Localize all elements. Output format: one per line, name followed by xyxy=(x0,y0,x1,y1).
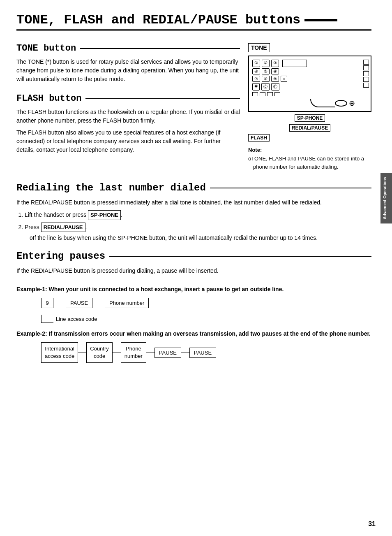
connector-c xyxy=(146,353,154,353)
example1-label: Example-1: When your unit is connected t… xyxy=(16,285,371,294)
key-5: ⑤ xyxy=(262,68,270,74)
keypad: ① ② ③ ④ ⑤ ⑥ ⑦ ⑧ ⑨ ○ xyxy=(252,60,307,96)
redial-pause-label: REDIAL/PAUSE xyxy=(289,124,330,132)
phone-diagram: ① ② ③ ④ ⑤ ⑥ ⑦ ⑧ ⑨ ○ xyxy=(248,56,371,112)
display xyxy=(282,60,307,67)
tone-flash-content: TONE button The TONE (*) button is used … xyxy=(16,43,240,174)
flow-connector-1 xyxy=(53,303,66,303)
flow-box-intl-access: International access code xyxy=(41,342,78,363)
line-access-connector xyxy=(41,315,53,323)
redial-pause-btn-ref: REDIAL/PAUSE xyxy=(41,223,85,232)
redialing-body: If the REDIAL/PAUSE button is pressed im… xyxy=(16,198,371,207)
key-6: ⑥ xyxy=(271,68,279,74)
key-1: ① xyxy=(252,60,260,67)
key-circle: ○ xyxy=(281,76,287,82)
diagram-labels: SP-PHONE REDIAL/PAUSE FLASH xyxy=(248,114,371,143)
example2-label: Example-2: If transmission errors occur … xyxy=(16,329,371,338)
flow-box-phone-number: Phone number xyxy=(105,298,149,308)
entering-pauses-heading-line xyxy=(109,256,371,257)
title-decoration xyxy=(304,19,337,21)
key-9: ⑨ xyxy=(271,76,279,82)
tone-heading-line xyxy=(80,48,240,49)
key-0: ⓪ xyxy=(261,83,270,90)
redialing-section: Redialing the last number dialed If the … xyxy=(16,182,371,242)
tone-body: The TONE (*) button is used for rotary p… xyxy=(16,58,240,84)
top-section: TONE button The TONE (*) button is used … xyxy=(16,43,371,174)
flash-heading-line xyxy=(85,98,240,99)
key-7: ⑦ xyxy=(252,76,260,82)
flow-box-pause3: PAUSE xyxy=(154,348,181,358)
key-8: ⑧ xyxy=(262,76,270,82)
line-access-note: Line access code xyxy=(41,315,371,323)
flow-box-pause4: PAUSE xyxy=(189,348,216,358)
entering-pauses-heading: Entering pauses xyxy=(16,251,371,262)
tone-section-heading: TONE button xyxy=(16,43,240,53)
step-1: Lift the handset or press SP-PHONE. xyxy=(25,210,371,220)
redialing-steps: Lift the handset or press SP-PHONE. Pres… xyxy=(25,210,371,242)
sp-phone-label: SP-PHONE xyxy=(295,114,325,122)
note-text: oTONE, FLASH and PAUSE can be stored int… xyxy=(248,155,371,171)
tone-diagram-label: TONE xyxy=(248,43,270,52)
key-star: ✱ xyxy=(252,83,260,90)
entering-pauses-section: Entering pauses If the REDIAL/PAUSE butt… xyxy=(16,251,371,363)
entering-pauses-body: If the REDIAL/PAUSE button is pressed du… xyxy=(16,267,371,275)
page-number: 31 xyxy=(368,520,376,528)
flash-para2: The FLASH button also allows you to use … xyxy=(16,128,240,154)
connector-b xyxy=(113,353,121,353)
redialing-heading-line xyxy=(210,188,371,188)
phone-diagram-area: TONE ① ② ③ ④ ⑤ ⑥ xyxy=(248,43,371,174)
step-2: Press REDIAL/PAUSE. oIf the line is busy… xyxy=(25,223,371,243)
key-hash: ⑪ xyxy=(271,83,279,90)
page-title: TONE, FLASH and REDIAL/PAUSE buttons xyxy=(16,12,371,31)
flash-diagram-label: FLASH xyxy=(248,134,270,142)
note-title: Note: xyxy=(248,147,371,153)
connector-d xyxy=(181,353,189,353)
sp-phone-btn-ref: SP-PHONE xyxy=(88,210,121,220)
flow-box-pause1: PAUSE xyxy=(66,298,92,308)
key-3: ③ xyxy=(271,60,279,67)
key-4: ④ xyxy=(252,68,260,74)
flash-section-heading: FLASH button xyxy=(16,93,240,104)
flow-diagram-2: International access code Country code P… xyxy=(41,342,371,363)
step2-subnote: oIf the line is busy when using the SP-P… xyxy=(25,234,371,242)
flow-box-country-code: Country code xyxy=(86,342,113,363)
flow-box-phone-num: Phone number xyxy=(121,342,146,363)
side-tab: Advanced Operations xyxy=(380,173,392,223)
flow-diagram-1: 9 PAUSE Phone number xyxy=(41,298,371,308)
flash-para1: The FLASH button functions as the hooksw… xyxy=(16,108,240,125)
side-function-buttons xyxy=(363,60,369,88)
flow-connector-2 xyxy=(92,303,105,303)
key-2: ② xyxy=(262,60,270,67)
note-box: Note: oTONE, FLASH and PAUSE can be stor… xyxy=(248,147,371,171)
connector-a xyxy=(78,353,86,353)
flow-box-9: 9 xyxy=(41,298,53,308)
redialing-heading: Redialing the last number dialed xyxy=(16,182,371,193)
